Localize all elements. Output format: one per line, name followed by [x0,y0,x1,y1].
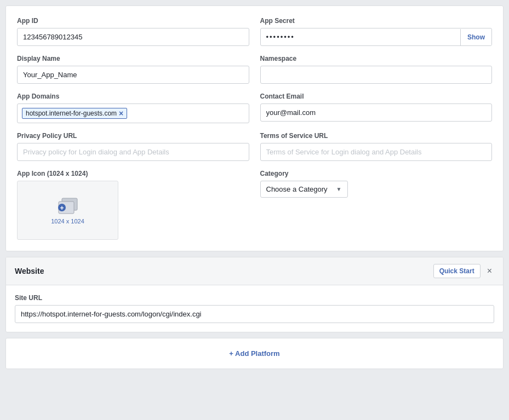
app-domains-label: App Domains [17,93,249,100]
domain-tag: hotspot.internet-for-guests.com × [22,108,127,119]
terms-of-service-group: Terms of Service URL [260,132,493,161]
category-dropdown[interactable]: Choose a Category ▼ [260,181,348,198]
namespace-label: Namespace [260,55,493,62]
app-secret-input[interactable] [261,28,461,45]
close-website-button[interactable]: × [485,267,494,275]
photo-placeholder-icon: + [54,196,82,218]
website-body: Site URL [6,285,503,332]
website-title: Website [15,267,44,275]
terms-of-service-label: Terms of Service URL [260,132,493,140]
app-id-input[interactable] [17,28,249,46]
website-actions: Quick Start × [433,264,494,278]
app-icon-group: App Icon (1024 x 1024) + 1024 x 1024 [17,170,249,240]
display-name-group: Display Name [17,55,249,84]
app-id-label: App ID [17,17,249,25]
contact-email-group: Contact Email [260,93,493,123]
svg-text:+: + [60,204,64,212]
display-name-label: Display Name [17,55,249,62]
contact-email-input[interactable] [260,103,493,122]
quick-start-button[interactable]: Quick Start [433,264,481,278]
category-dropdown-label: Choose a Category [266,185,328,193]
privacy-policy-group: Privacy Policy URL [17,132,249,161]
add-platform-button[interactable]: + Add Platform [225,347,284,360]
app-secret-label: App Secret [260,17,493,25]
namespace-group: Namespace [260,55,493,84]
show-secret-button[interactable]: Show [460,29,491,45]
terms-of-service-input[interactable] [260,143,493,161]
site-url-input[interactable] [15,305,494,323]
privacy-policy-label: Privacy Policy URL [17,132,249,140]
app-secret-group: App Secret Show [260,17,493,46]
domain-tag-remove[interactable]: × [119,110,123,117]
privacy-policy-input[interactable] [17,143,249,161]
chevron-down-icon: ▼ [336,186,342,192]
category-label: Category [260,170,493,177]
app-icon-label: App Icon (1024 x 1024) [17,170,249,177]
app-icon-upload[interactable]: + 1024 x 1024 [17,181,118,240]
website-card: Website Quick Start × Site URL [5,257,504,332]
app-domains-group: App Domains hotspot.internet-for-guests.… [17,93,249,123]
namespace-input[interactable] [260,66,493,84]
site-url-group: Site URL [15,294,494,323]
form-grid: App ID App Secret Show Display Name Name… [17,17,492,240]
app-id-group: App ID [17,17,249,46]
display-name-input[interactable] [17,66,249,84]
website-header: Website Quick Start × [6,257,503,285]
main-settings-card: App ID App Secret Show Display Name Name… [5,5,504,251]
domain-tag-text: hotspot.internet-for-guests.com [26,110,117,117]
app-domains-input[interactable]: hotspot.internet-for-guests.com × [17,103,249,123]
contact-email-label: Contact Email [260,93,493,100]
app-secret-wrapper: Show [260,28,493,46]
icon-size-text: 1024 x 1024 [51,218,84,225]
site-url-label: Site URL [15,294,494,302]
add-platform-card: + Add Platform [5,338,504,369]
category-group: Category Choose a Category ▼ [260,170,493,240]
